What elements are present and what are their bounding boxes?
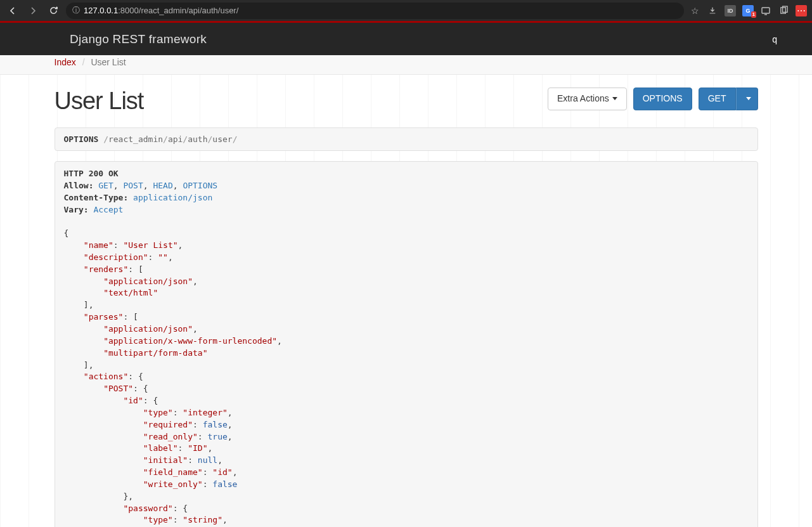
forward-button[interactable] — [25, 3, 41, 18]
breadcrumb-separator: / — [79, 57, 89, 67]
action-buttons: Extra Actions OPTIONS GET — [548, 88, 758, 110]
get-dropdown-button[interactable] — [736, 88, 758, 110]
breadcrumb-current: User List — [91, 57, 126, 67]
extension-translate-icon[interactable]: G1 — [742, 5, 754, 16]
extension-icons: ☆ ID G1 ⋯ — [689, 5, 807, 16]
options-button[interactable]: OPTIONS — [633, 88, 692, 110]
get-button[interactable]: GET — [699, 88, 736, 110]
caret-icon — [746, 97, 751, 100]
copy-icon[interactable] — [778, 5, 789, 16]
caret-icon — [612, 97, 617, 100]
user-label[interactable]: q — [772, 34, 777, 44]
url-text: 127.0.0.1:8000/react_admin/api/auth/user… — [84, 6, 238, 15]
breadcrumb-index[interactable]: Index — [55, 57, 76, 67]
info-icon: ⓘ — [72, 5, 80, 16]
response-body: HTTP 200 OK Allow: GET, POST, HEAD, OPTI… — [55, 161, 758, 527]
app-header: Django REST framework q — [0, 23, 812, 55]
brand-link[interactable]: Django REST framework — [70, 32, 207, 46]
request-method: OPTIONS — [64, 134, 99, 144]
get-button-group: GET — [699, 88, 758, 110]
extra-actions-button[interactable]: Extra Actions — [548, 88, 627, 110]
request-info: OPTIONS /react_admin/api/auth/user/ — [55, 127, 758, 151]
request-path: /react_admin/api/auth/user/ — [103, 134, 237, 144]
content-area: User List Extra Actions OPTIONS GET OPTI… — [0, 75, 812, 527]
bookmark-star-icon[interactable]: ☆ — [689, 5, 700, 16]
shield-icon[interactable]: ID — [725, 5, 736, 16]
breadcrumb-bar: Index / User List — [0, 55, 812, 75]
url-bar[interactable]: ⓘ 127.0.0.1:8000/react_admin/api/auth/us… — [66, 3, 684, 19]
breadcrumb: Index / User List — [55, 57, 758, 67]
devtools-icon[interactable] — [760, 5, 771, 16]
extension-icon[interactable]: ⋯ — [796, 5, 807, 16]
browser-bar: ⓘ 127.0.0.1:8000/react_admin/api/auth/us… — [0, 0, 812, 21]
back-button[interactable] — [5, 3, 20, 18]
reload-button[interactable] — [46, 3, 61, 18]
svg-rect-0 — [762, 8, 770, 13]
download-icon[interactable] — [707, 5, 718, 16]
page-title: User List — [55, 88, 144, 115]
